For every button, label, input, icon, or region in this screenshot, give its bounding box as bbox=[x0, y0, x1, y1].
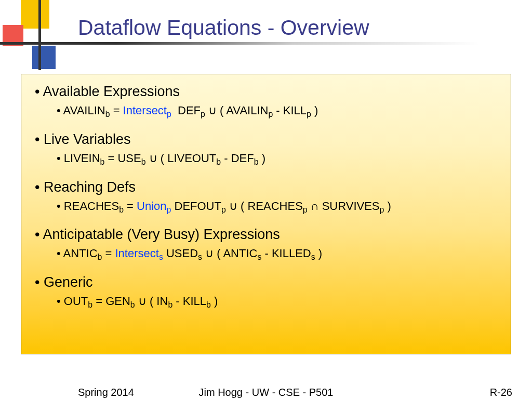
logo-square-yellow bbox=[21, 0, 49, 29]
list-item: Reaching Defs REACHESb = Unionp DEFOUTp … bbox=[35, 179, 497, 216]
item-heading: Anticipatable (Very Busy) Expressions bbox=[43, 227, 280, 242]
equation: ANTICb = Intersects USEDs ∪ ( ANTICs - K… bbox=[57, 246, 497, 263]
operator: Intersectp bbox=[123, 104, 171, 117]
content-box: Available Expressions AVAILINb = Interse… bbox=[21, 74, 511, 354]
list-item: Available Expressions AVAILINb = Interse… bbox=[35, 84, 497, 120]
list-item: Live Variables LIVEINb = USEb ∪ ( LIVEOU… bbox=[35, 131, 497, 168]
logo-vertical-line bbox=[38, 0, 41, 70]
operator: Unionp bbox=[137, 200, 171, 212]
list-item: Generic OUTb = GENb ∪ ( INb - KILLb ) bbox=[35, 274, 497, 311]
equation-list: Available Expressions AVAILINb = Interse… bbox=[35, 84, 497, 311]
item-heading: Available Expressions bbox=[43, 84, 180, 99]
slide: Dataflow Equations - Overview Available … bbox=[0, 0, 532, 399]
logo-square-blue bbox=[32, 46, 56, 69]
footer-right: R-26 bbox=[490, 387, 512, 398]
item-heading: Generic bbox=[44, 274, 93, 290]
equation: OUTb = GENb ∪ ( INb - KILLb ) bbox=[57, 294, 497, 311]
item-heading: Reaching Defs bbox=[44, 179, 136, 195]
footer-center: Jim Hogg - UW - CSE - P501 bbox=[0, 387, 532, 398]
equation: LIVEINb = USEb ∪ ( LIVEOUTb - DEFb ) bbox=[57, 151, 497, 168]
slide-title: Dataflow Equations - Overview bbox=[78, 16, 369, 40]
list-item: Anticipatable (Very Busy) Expressions AN… bbox=[35, 227, 497, 263]
operator: Intersects bbox=[115, 247, 163, 260]
slide-logo bbox=[0, 0, 68, 68]
equation: AVAILINb = Intersectp DEFp ∪ ( AVAILINp … bbox=[57, 103, 497, 120]
logo-horizontal-line bbox=[0, 42, 532, 45]
equation: REACHESb = Unionp DEFOUTp ∪ ( REACHESp ∩… bbox=[57, 198, 497, 216]
item-heading: Live Variables bbox=[44, 131, 131, 147]
